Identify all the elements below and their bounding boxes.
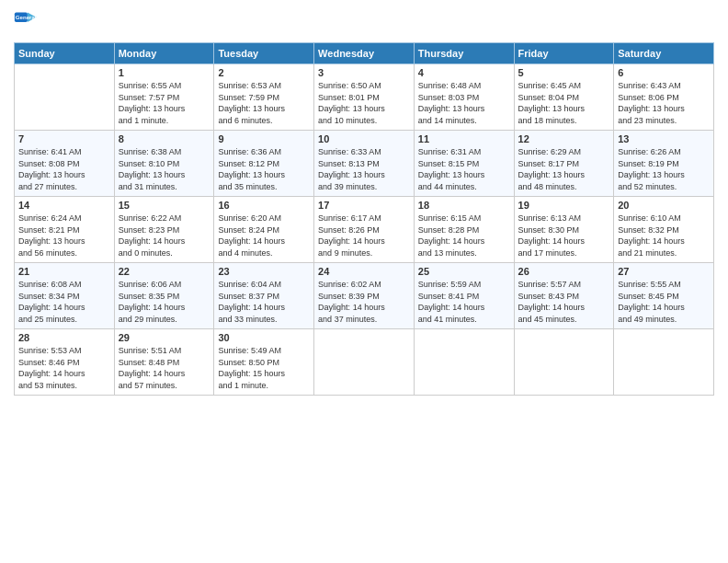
calendar-cell: 7Sunrise: 6:41 AM Sunset: 8:08 PM Daylig… xyxy=(15,131,115,197)
calendar-cell xyxy=(514,329,614,396)
calendar-cell: 16Sunrise: 6:20 AM Sunset: 8:24 PM Dayli… xyxy=(214,197,314,263)
day-number: 4 xyxy=(418,67,510,78)
cell-info: Sunrise: 6:41 AM Sunset: 8:08 PM Dayligh… xyxy=(18,146,110,192)
day-number: 11 xyxy=(418,133,510,144)
day-number: 27 xyxy=(618,266,710,277)
day-number: 16 xyxy=(218,200,310,211)
day-number: 24 xyxy=(318,266,410,277)
calendar-cell: 11Sunrise: 6:31 AM Sunset: 8:15 PM Dayli… xyxy=(414,131,514,197)
cell-info: Sunrise: 6:36 AM Sunset: 8:12 PM Dayligh… xyxy=(218,146,310,192)
header-row: SundayMondayTuesdayWednesdayThursdayFrid… xyxy=(15,43,714,64)
logo-icon: General xyxy=(14,9,40,35)
day-number: 13 xyxy=(618,133,710,144)
calendar-cell: 24Sunrise: 6:02 AM Sunset: 8:39 PM Dayli… xyxy=(314,263,415,329)
calendar-cell: 23Sunrise: 6:04 AM Sunset: 8:37 PM Dayli… xyxy=(214,263,314,329)
day-number: 1 xyxy=(119,67,210,78)
cell-info: Sunrise: 6:10 AM Sunset: 8:32 PM Dayligh… xyxy=(618,213,710,259)
calendar-cell xyxy=(414,329,514,396)
calendar-cell: 14Sunrise: 6:24 AM Sunset: 8:21 PM Dayli… xyxy=(15,197,115,263)
svg-text:General: General xyxy=(16,14,37,20)
calendar-cell: 29Sunrise: 5:51 AM Sunset: 8:48 PM Dayli… xyxy=(114,329,214,396)
day-number: 5 xyxy=(518,67,610,78)
calendar-cell: 28Sunrise: 5:53 AM Sunset: 8:46 PM Dayli… xyxy=(15,329,115,396)
day-number: 30 xyxy=(218,332,310,343)
calendar-cell: 30Sunrise: 5:49 AM Sunset: 8:50 PM Dayli… xyxy=(214,329,314,396)
cell-info: Sunrise: 6:43 AM Sunset: 8:06 PM Dayligh… xyxy=(618,80,710,126)
header-cell-saturday: Saturday xyxy=(614,43,714,64)
day-number: 19 xyxy=(518,200,610,211)
calendar-cell xyxy=(314,329,415,396)
cell-info: Sunrise: 6:17 AM Sunset: 8:26 PM Dayligh… xyxy=(318,213,410,259)
calendar-cell: 27Sunrise: 5:55 AM Sunset: 8:45 PM Dayli… xyxy=(614,263,714,329)
cell-info: Sunrise: 5:49 AM Sunset: 8:50 PM Dayligh… xyxy=(218,345,310,391)
cell-info: Sunrise: 5:59 AM Sunset: 8:41 PM Dayligh… xyxy=(418,279,510,325)
page: General SundayMondayTuesdayWednesdayThur… xyxy=(0,0,728,563)
day-number: 18 xyxy=(418,200,510,211)
day-number: 15 xyxy=(119,200,210,211)
day-number: 22 xyxy=(119,266,210,277)
calendar-cell: 18Sunrise: 6:15 AM Sunset: 8:28 PM Dayli… xyxy=(414,197,514,263)
cell-info: Sunrise: 6:26 AM Sunset: 8:19 PM Dayligh… xyxy=(618,146,710,192)
calendar-cell: 3Sunrise: 6:50 AM Sunset: 8:01 PM Daylig… xyxy=(314,64,415,131)
header-cell-sunday: Sunday xyxy=(15,43,115,64)
day-number: 23 xyxy=(218,266,310,277)
header-cell-thursday: Thursday xyxy=(414,43,514,64)
header-cell-monday: Monday xyxy=(114,43,214,64)
calendar-cell: 9Sunrise: 6:36 AM Sunset: 8:12 PM Daylig… xyxy=(214,131,314,197)
calendar-cell: 25Sunrise: 5:59 AM Sunset: 8:41 PM Dayli… xyxy=(414,263,514,329)
cell-info: Sunrise: 6:13 AM Sunset: 8:30 PM Dayligh… xyxy=(518,213,610,259)
header-cell-friday: Friday xyxy=(514,43,614,64)
calendar-cell: 5Sunrise: 6:45 AM Sunset: 8:04 PM Daylig… xyxy=(514,64,614,131)
cell-info: Sunrise: 6:38 AM Sunset: 8:10 PM Dayligh… xyxy=(119,146,210,192)
calendar-cell: 21Sunrise: 6:08 AM Sunset: 8:34 PM Dayli… xyxy=(15,263,115,329)
calendar-cell: 19Sunrise: 6:13 AM Sunset: 8:30 PM Dayli… xyxy=(514,197,614,263)
day-number: 17 xyxy=(318,200,410,211)
cell-info: Sunrise: 6:31 AM Sunset: 8:15 PM Dayligh… xyxy=(418,146,510,192)
calendar-cell: 15Sunrise: 6:22 AM Sunset: 8:23 PM Dayli… xyxy=(114,197,214,263)
day-number: 2 xyxy=(218,67,310,78)
cell-info: Sunrise: 5:55 AM Sunset: 8:45 PM Dayligh… xyxy=(618,279,710,325)
day-number: 21 xyxy=(18,266,110,277)
calendar-cell: 26Sunrise: 5:57 AM Sunset: 8:43 PM Dayli… xyxy=(514,263,614,329)
day-number: 10 xyxy=(318,133,410,144)
calendar-cell xyxy=(614,329,714,396)
cell-info: Sunrise: 6:22 AM Sunset: 8:23 PM Dayligh… xyxy=(119,213,210,259)
day-number: 28 xyxy=(18,332,110,343)
day-number: 12 xyxy=(518,133,610,144)
cell-info: Sunrise: 5:53 AM Sunset: 8:46 PM Dayligh… xyxy=(18,345,110,391)
calendar-cell: 13Sunrise: 6:26 AM Sunset: 8:19 PM Dayli… xyxy=(614,131,714,197)
cell-info: Sunrise: 5:51 AM Sunset: 8:48 PM Dayligh… xyxy=(119,345,210,391)
week-row-2: 14Sunrise: 6:24 AM Sunset: 8:21 PM Dayli… xyxy=(15,197,714,263)
week-row-3: 21Sunrise: 6:08 AM Sunset: 8:34 PM Dayli… xyxy=(15,263,714,329)
cell-info: Sunrise: 6:15 AM Sunset: 8:28 PM Dayligh… xyxy=(418,213,510,259)
calendar-table: SundayMondayTuesdayWednesdayThursdayFrid… xyxy=(14,42,714,396)
calendar-cell: 10Sunrise: 6:33 AM Sunset: 8:13 PM Dayli… xyxy=(314,131,415,197)
cell-info: Sunrise: 6:53 AM Sunset: 7:59 PM Dayligh… xyxy=(218,80,310,126)
calendar-cell: 12Sunrise: 6:29 AM Sunset: 8:17 PM Dayli… xyxy=(514,131,614,197)
logo: General xyxy=(14,9,43,35)
calendar-cell: 20Sunrise: 6:10 AM Sunset: 8:32 PM Dayli… xyxy=(614,197,714,263)
day-number: 7 xyxy=(18,133,110,144)
week-row-1: 7Sunrise: 6:41 AM Sunset: 8:08 PM Daylig… xyxy=(15,131,714,197)
day-number: 20 xyxy=(618,200,710,211)
cell-info: Sunrise: 6:33 AM Sunset: 8:13 PM Dayligh… xyxy=(318,146,410,192)
calendar-cell: 1Sunrise: 6:55 AM Sunset: 7:57 PM Daylig… xyxy=(114,64,214,131)
cell-info: Sunrise: 6:24 AM Sunset: 8:21 PM Dayligh… xyxy=(18,213,110,259)
day-number: 3 xyxy=(318,67,410,78)
day-number: 9 xyxy=(218,133,310,144)
header-cell-tuesday: Tuesday xyxy=(214,43,314,64)
header-cell-wednesday: Wednesday xyxy=(314,43,415,64)
day-number: 8 xyxy=(119,133,210,144)
cell-info: Sunrise: 6:55 AM Sunset: 7:57 PM Dayligh… xyxy=(119,80,210,126)
calendar-cell: 4Sunrise: 6:48 AM Sunset: 8:03 PM Daylig… xyxy=(414,64,514,131)
week-row-0: 1Sunrise: 6:55 AM Sunset: 7:57 PM Daylig… xyxy=(15,64,714,131)
cell-info: Sunrise: 6:48 AM Sunset: 8:03 PM Dayligh… xyxy=(418,80,510,126)
day-number: 26 xyxy=(518,266,610,277)
day-number: 29 xyxy=(119,332,210,343)
header: General xyxy=(14,9,714,35)
cell-info: Sunrise: 6:45 AM Sunset: 8:04 PM Dayligh… xyxy=(518,80,610,126)
cell-info: Sunrise: 6:04 AM Sunset: 8:37 PM Dayligh… xyxy=(218,279,310,325)
cell-info: Sunrise: 6:20 AM Sunset: 8:24 PM Dayligh… xyxy=(218,213,310,259)
cell-info: Sunrise: 6:50 AM Sunset: 8:01 PM Dayligh… xyxy=(318,80,410,126)
week-row-4: 28Sunrise: 5:53 AM Sunset: 8:46 PM Dayli… xyxy=(15,329,714,396)
